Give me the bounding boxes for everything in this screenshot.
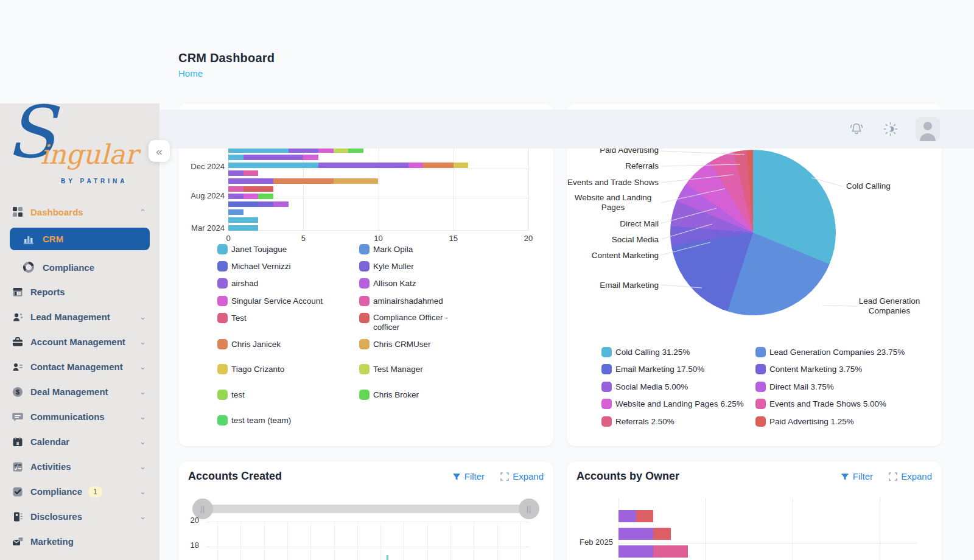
sidebar-item-calendar[interactable]: 8Calendar⌄ xyxy=(0,429,159,454)
bar-chart-gridline xyxy=(880,498,880,560)
legend-item-source[interactable]: Email Marketing 17.50% xyxy=(601,364,704,374)
y-axis-tick-label: 18 xyxy=(178,541,199,550)
legend-item-source[interactable]: Paid Advertising 1.25% xyxy=(755,416,854,427)
sidebar-item-contact-management[interactable]: Contact Management⌄ xyxy=(0,354,159,379)
chevron-up-icon: ⌃ xyxy=(139,208,146,217)
notifications-bell-icon[interactable] xyxy=(847,120,866,138)
legend-item-source[interactable]: Events and Trade Shows 5.00% xyxy=(755,399,886,409)
sidebar-group-dashboards[interactable]: Dashboards ⌃ xyxy=(0,200,159,224)
sidebar-item-crm[interactable]: CRM xyxy=(10,228,150,250)
chevron-down-icon: ⌄ xyxy=(139,387,146,396)
accounts-by-owner-card: Accounts by Owner Filter Expand Feb 2025 xyxy=(567,461,942,560)
legend-item-source[interactable]: Referrals 2.50% xyxy=(601,416,674,427)
legend-swatch xyxy=(217,278,228,289)
accounts-by-owner-title: Accounts by Owner xyxy=(576,470,825,483)
bar-segment-allison-katz xyxy=(273,201,289,207)
donut-icon xyxy=(22,261,35,274)
pie-callout-label: Email Marketing xyxy=(600,281,659,290)
sidebar-item-account-management[interactable]: Account Management⌄ xyxy=(0,329,159,354)
accounts-created-expand-button[interactable]: Expand xyxy=(500,471,544,481)
bar-chart-gridline xyxy=(379,146,379,230)
bar-segment-singular-service-account xyxy=(244,194,259,199)
date-range-slider[interactable]: || || xyxy=(203,505,529,513)
legend-item-owner[interactable]: Tiago Crizanto xyxy=(217,364,284,374)
legend-label: Content Marketing 3.75% xyxy=(769,364,862,374)
sidebar-item-deal-management[interactable]: $Deal Management⌄ xyxy=(0,379,159,404)
bar-chart-gridline xyxy=(528,146,529,230)
legend-item-source[interactable]: Content Marketing 3.75% xyxy=(755,364,862,374)
legend-item-owner[interactable]: airshad xyxy=(217,278,258,289)
legend-item-owner[interactable]: Singular Service Account xyxy=(217,296,323,306)
sidebar-collapse-button[interactable]: « xyxy=(149,140,170,162)
legend-item-owner[interactable]: Compliance Officer - cofficer xyxy=(359,313,464,332)
sidebar-item-reports[interactable]: Reports xyxy=(0,279,159,304)
range-slider-right-handle[interactable]: || xyxy=(519,499,539,519)
legend-label: Singular Service Account xyxy=(231,296,323,306)
legend-swatch xyxy=(755,382,766,392)
sidebar-item-disclosures[interactable]: Disclosures⌄ xyxy=(0,504,159,529)
y-axis-tick-label: 20 xyxy=(178,516,199,525)
bar-segment xyxy=(618,510,636,522)
accounts-created-card: Accounts Created Filter Expand || || 201… xyxy=(178,461,553,560)
sidebar-item-communications[interactable]: Communications⌄ xyxy=(0,404,159,429)
legend-label: Kyle Muller xyxy=(373,261,414,271)
sidebar-item-label: Contact Management xyxy=(30,362,123,372)
legend-swatch xyxy=(601,364,612,374)
legend-item-owner[interactable]: aminairshadahmed xyxy=(359,296,443,306)
breadcrumb-home-link[interactable]: Home xyxy=(178,68,275,79)
leads-by-owner-card: 05101520Dec 2024Aug 2024Mar 2024 Janet T… xyxy=(178,103,553,446)
theme-toggle-icon[interactable] xyxy=(881,120,900,138)
bar-segment-aminairshadahmed xyxy=(228,186,244,192)
sidebar-item-compliance[interactable]: Compliance1⌄ xyxy=(0,479,159,504)
legend-item-owner[interactable]: Allison Katz xyxy=(359,278,416,289)
legend-item-source[interactable]: Lead Generation Companies 23.75% xyxy=(755,347,905,357)
legend-item-owner[interactable]: Chris CRMUser xyxy=(359,339,431,349)
bar-segment-airshad xyxy=(228,178,273,184)
leads-by-source-card: Paid AdvertisingReferralsEvents and Trad… xyxy=(567,103,942,446)
user-avatar[interactable] xyxy=(916,117,940,141)
y-axis-tick-label: Mar 2024 xyxy=(182,223,225,233)
page-title: CRM Dashboard xyxy=(178,51,275,65)
legend-label: test xyxy=(231,390,245,400)
legend-item-owner[interactable]: test xyxy=(217,390,245,400)
sidebar-item-compliance-dashboard[interactable]: Compliance xyxy=(0,255,159,279)
legend-item-owner[interactable]: Mark Opila xyxy=(359,244,413,254)
legend-item-owner[interactable]: Test Manager xyxy=(359,364,423,374)
legend-item-owner[interactable]: test team (team) xyxy=(217,415,291,425)
y-axis-tick-label: Feb 2025 xyxy=(570,537,613,547)
legend-label: test team (team) xyxy=(231,415,291,425)
legend-label: aminairshadahmed xyxy=(373,296,443,306)
sidebar-item-lead-management[interactable]: Lead Management⌄ xyxy=(0,304,159,329)
pie-callout-label: Direct Mail xyxy=(620,219,659,228)
legend-item-owner[interactable]: Chris Janicek xyxy=(217,339,281,349)
filter-funnel-icon xyxy=(841,472,849,481)
legend-swatch xyxy=(359,339,370,349)
sidebar-item-activities[interactable]: Activities⌄ xyxy=(0,454,159,479)
svg-text:8: 8 xyxy=(16,440,19,446)
legend-swatch xyxy=(601,399,612,409)
legend-item-owner[interactable]: Michael Vernizzi xyxy=(217,261,291,271)
pie-callout-label: Website and Landing Pages xyxy=(567,193,662,212)
legend-item-owner[interactable]: Test xyxy=(217,313,247,323)
legend-item-owner[interactable]: Kyle Muller xyxy=(359,261,414,271)
legend-label: Compliance Officer - cofficer xyxy=(373,313,464,332)
legend-item-source[interactable]: Social Media 5.00% xyxy=(601,382,688,392)
legend-item-source[interactable]: Website and Landing Pages 6.25% xyxy=(601,399,744,409)
bar-segment-singular-service-account xyxy=(408,163,424,168)
sidebar-item-label: Marketing xyxy=(30,536,74,547)
legend-item-owner[interactable]: Janet Toujague xyxy=(217,244,287,254)
grid-icon xyxy=(11,205,24,219)
x-axis-tick-label: 10 xyxy=(374,229,382,243)
sidebar-item-marketing[interactable]: Marketing xyxy=(0,529,159,554)
legend-item-owner[interactable]: Chris Broker xyxy=(359,390,419,400)
chevron-down-icon: ⌄ xyxy=(139,487,146,496)
accounts-by-owner-expand-button[interactable]: Expand xyxy=(889,471,932,481)
bar-segment-mark-opila xyxy=(228,209,244,215)
legend-item-source[interactable]: Direct Mail 3.75% xyxy=(755,382,834,392)
legend-swatch xyxy=(755,347,766,357)
line-chart-gridline xyxy=(206,547,529,547)
accounts-created-filter-button[interactable]: Filter xyxy=(452,471,485,481)
legend-item-source[interactable]: Cold Calling 31.25% xyxy=(601,347,690,357)
reports-icon xyxy=(11,285,24,299)
accounts-by-owner-filter-button[interactable]: Filter xyxy=(841,471,873,481)
